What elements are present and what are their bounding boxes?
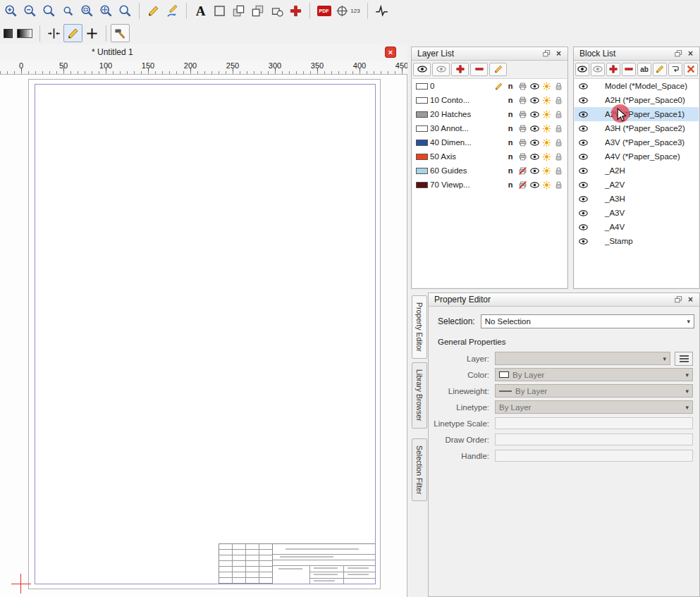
block-row[interactable]: _A3V [575, 206, 699, 220]
zoom-window-button[interactable] [78, 2, 97, 20]
layer-sun-icon[interactable] [541, 152, 551, 161]
layer-visibility-eye-icon[interactable] [529, 123, 539, 133]
block-visibility-eye-icon[interactable] [578, 180, 588, 190]
block-visibility-eye-icon[interactable] [578, 208, 588, 218]
layer-visibility-eye-icon[interactable] [529, 166, 539, 176]
tab-library-browser[interactable]: Library Browser [412, 362, 427, 429]
document-close-button[interactable]: × [385, 47, 396, 58]
float-panel-button[interactable] [673, 49, 684, 59]
layer-visibility-eye-icon[interactable] [529, 152, 539, 161]
lineweight-combobox[interactable]: By Layer ▾ [495, 384, 693, 398]
draw-line-button[interactable] [63, 24, 82, 42]
layer-row[interactable]: 40 Dimen... n [412, 135, 567, 149]
layer-n-icon[interactable]: n [505, 137, 515, 147]
block-row[interactable]: _A2H [575, 164, 699, 178]
block-visibility-eye-icon[interactable] [578, 194, 588, 204]
layer-n-icon[interactable]: n [505, 123, 515, 133]
auto-zoom-button[interactable] [39, 2, 59, 20]
float-panel-button[interactable] [673, 295, 684, 305]
close-block-edit-button[interactable] [684, 63, 698, 76]
layer-n-icon[interactable]: n [505, 81, 515, 91]
show-all-blocks-button[interactable] [575, 63, 589, 76]
block-row[interactable]: A4V (*Paper_Space) [575, 149, 699, 164]
layer-print-icon[interactable] [517, 152, 527, 161]
layer-visibility-eye-icon[interactable] [529, 109, 539, 119]
block-visibility-eye-icon[interactable] [578, 81, 588, 91]
layer-lock-icon[interactable] [553, 137, 563, 147]
block-visibility-eye-icon[interactable] [578, 166, 588, 176]
remove-block-button[interactable] [622, 63, 636, 76]
add-button[interactable] [286, 2, 305, 20]
layer-n-icon[interactable]: n [505, 109, 515, 119]
hide-all-blocks-button[interactable] [591, 63, 605, 76]
layer-lock-icon[interactable] [553, 81, 563, 91]
block-row[interactable]: A3H (*Paper_Space2) [575, 121, 699, 135]
layer-sun-icon[interactable] [541, 180, 551, 190]
edit-layer-button[interactable] [489, 63, 507, 76]
block-visibility-eye-icon[interactable] [578, 137, 588, 147]
snap-middle-button[interactable] [44, 24, 63, 42]
block-row[interactable]: _A2V [575, 178, 699, 192]
block-row[interactable]: _A4V [575, 220, 699, 234]
layer-lock-icon[interactable] [553, 95, 563, 105]
pen-apply-button[interactable] [163, 2, 182, 20]
zoom-out-button[interactable] [20, 2, 39, 20]
zoom-redraw-button[interactable] [116, 2, 135, 20]
layer-combobox[interactable]: ▾ [495, 352, 670, 365]
pen-tool-button[interactable] [144, 2, 163, 20]
layer-row[interactable]: 60 Guides n [412, 164, 567, 178]
layer-no-print-icon[interactable] [517, 166, 527, 176]
layer-n-icon[interactable]: n [505, 180, 515, 190]
point-numbering-button[interactable]: 123 [333, 2, 363, 20]
snap-point-button[interactable] [82, 24, 102, 42]
round-tool-button[interactable] [267, 2, 286, 20]
hide-all-layers-button[interactable] [432, 63, 450, 76]
drawing-canvas[interactable] [0, 75, 407, 597]
block-row[interactable]: Model (*Model_Space) [575, 79, 699, 93]
layer-lock-icon[interactable] [553, 109, 563, 119]
layer-lock-icon[interactable] [553, 123, 563, 133]
gradient-swatch-button[interactable] [14, 24, 35, 42]
add-block-button[interactable] [606, 63, 620, 76]
selection-combobox[interactable]: No Selection ▾ [481, 314, 694, 328]
layer-n-icon[interactable]: n [505, 95, 515, 105]
zoom-in-button[interactable] [1, 2, 20, 20]
layer-print-icon[interactable] [517, 137, 527, 147]
dark-swatch-button[interactable] [1, 24, 14, 42]
layer-row[interactable]: 50 Axis n [412, 149, 567, 164]
insert-block-button[interactable] [668, 63, 682, 76]
layer-print-icon[interactable] [517, 123, 527, 133]
add-layer-button[interactable] [451, 63, 469, 76]
layer-sun-icon[interactable] [541, 81, 551, 91]
color-combobox[interactable]: By Layer ▾ [495, 368, 693, 381]
rename-block-button[interactable]: ab [637, 63, 651, 76]
layer-print-icon[interactable] [517, 109, 527, 119]
polyline-tool-button[interactable] [372, 2, 391, 20]
text-tool-button[interactable]: A [191, 2, 210, 20]
pdf-export-button[interactable]: PDF [314, 2, 333, 20]
layer-sun-icon[interactable] [541, 137, 551, 147]
layer-no-print-icon[interactable] [517, 180, 527, 190]
rectangle-tool-button[interactable] [210, 2, 229, 20]
float-panel-button[interactable] [541, 49, 553, 59]
linetype-scale-input[interactable] [495, 417, 693, 429]
layer-sun-icon[interactable] [541, 123, 551, 133]
layer-sun-icon[interactable] [541, 109, 551, 119]
block-row[interactable]: _Stamp [575, 234, 699, 248]
block-visibility-eye-icon[interactable] [578, 222, 588, 232]
show-all-layers-button[interactable] [413, 63, 431, 76]
to-back-button[interactable] [248, 2, 267, 20]
layer-row[interactable]: 20 Hatches n [412, 107, 567, 121]
layer-print-icon[interactable] [517, 95, 527, 105]
layer-row[interactable]: 70 Viewp... n [412, 178, 567, 192]
layer-lock-icon[interactable] [553, 166, 563, 176]
layer-sun-icon[interactable] [541, 166, 551, 176]
remove-layer-button[interactable] [470, 63, 488, 76]
layer-visibility-eye-icon[interactable] [529, 95, 539, 105]
linetype-combobox[interactable]: By Layer ▾ [495, 400, 693, 414]
block-visibility-eye-icon[interactable] [578, 123, 588, 133]
tools-button[interactable] [111, 24, 130, 42]
close-panel-button[interactable]: × [553, 49, 565, 59]
close-panel-button[interactable]: × [684, 49, 696, 59]
layer-row[interactable]: 30 Annot... n [412, 121, 567, 135]
